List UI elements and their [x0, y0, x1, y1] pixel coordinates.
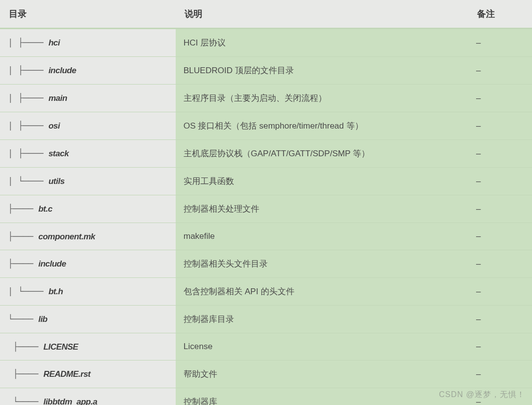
- table-row: | └──── bt.h包含控制器相关 API 的头文件–: [0, 278, 532, 306]
- tree-prefix: | ├────: [8, 65, 48, 75]
- cell-directory: ├──── component.mk: [0, 223, 176, 250]
- tree-prefix: | └────: [8, 176, 48, 186]
- cell-description: 控制器相关头文件目录: [176, 250, 468, 278]
- table-header-row: 目录 说明 备注: [0, 0, 532, 29]
- table-row: | ├──── hciHCI 层协议–: [0, 29, 532, 57]
- cell-note: –: [468, 168, 532, 195]
- cell-description: OS 接口相关（包括 semphore/timer/thread 等）: [176, 112, 468, 140]
- cell-note: –: [468, 140, 532, 168]
- cell-directory: | ├──── hci: [0, 29, 176, 57]
- table-row: ├──── include控制器相关头文件目录–: [0, 250, 532, 278]
- table-row: ├──── bt.c控制器相关处理文件–: [0, 195, 532, 223]
- cell-directory: | └──── bt.h: [0, 278, 176, 306]
- cell-directory: └──── libbtdm_app.a: [0, 388, 176, 405]
- cell-note: –: [468, 85, 532, 112]
- cell-description: 主机底层协议栈（GAP/ATT/GATT/SDP/SMP 等）: [176, 140, 468, 168]
- directory-name: libbtdm_app.a: [44, 397, 97, 405]
- cell-note: –: [468, 29, 532, 57]
- cell-note: –: [468, 306, 532, 333]
- cell-description: License: [176, 333, 468, 360]
- table-row: ├──── LICENSELicense–: [0, 333, 532, 360]
- cell-description: 包含控制器相关 API 的头文件: [176, 278, 468, 306]
- cell-description: 实用工具函数: [176, 168, 468, 195]
- table-row: | └──── utils实用工具函数–: [0, 168, 532, 195]
- directory-name: include: [48, 66, 76, 75]
- tree-prefix: | ├────: [8, 148, 48, 158]
- tree-prefix: ├────: [8, 259, 38, 269]
- directory-name: bt.c: [38, 204, 52, 214]
- directory-table-container: 目录 说明 备注 | ├──── hciHCI 层协议–| ├──── incl…: [0, 0, 532, 405]
- header-directory: 目录: [0, 0, 176, 29]
- cell-directory: ├──── include: [0, 250, 176, 278]
- cell-note: –: [468, 250, 532, 278]
- table-row: | ├──── stack主机底层协议栈（GAP/ATT/GATT/SDP/SM…: [0, 140, 532, 168]
- cell-directory: | ├──── include: [0, 57, 176, 85]
- tree-prefix: | ├────: [8, 38, 48, 47]
- directory-name: LICENSE: [44, 342, 78, 352]
- cell-directory: | ├──── stack: [0, 140, 176, 168]
- table-body: | ├──── hciHCI 层协议–| ├──── includeBLUEDR…: [0, 29, 532, 405]
- tree-prefix: ├────: [8, 342, 44, 352]
- cell-directory: | └──── utils: [0, 168, 176, 195]
- table-row: ├──── component.mkmakefile–: [0, 223, 532, 250]
- header-note: 备注: [468, 0, 532, 29]
- directory-name: include: [38, 259, 66, 269]
- directory-name: README.rst: [44, 369, 91, 379]
- cell-note: –: [468, 195, 532, 223]
- cell-description: makefile: [176, 223, 468, 250]
- tree-prefix: ├────: [8, 369, 44, 379]
- cell-description: BLUEDROID 顶层的文件目录: [176, 57, 468, 85]
- cell-note: –: [468, 57, 532, 85]
- tree-prefix: └────: [8, 397, 44, 405]
- tree-prefix: ├────: [8, 231, 38, 241]
- table-row: └──── lib控制器库目录–: [0, 306, 532, 333]
- cell-directory: ├──── bt.c: [0, 195, 176, 223]
- tree-prefix: ├────: [8, 204, 38, 214]
- directory-name: osi: [48, 121, 60, 131]
- cell-description: 帮助文件: [176, 360, 468, 388]
- directory-name: lib: [38, 315, 47, 324]
- cell-note: –: [468, 223, 532, 250]
- cell-note: –: [468, 278, 532, 306]
- directory-name: utils: [48, 177, 64, 186]
- cell-note: –: [468, 112, 532, 140]
- cell-directory: └──── lib: [0, 306, 176, 333]
- table-row: | ├──── includeBLUEDROID 顶层的文件目录–: [0, 57, 532, 85]
- tree-prefix: | ├────: [8, 93, 48, 103]
- table-row: | ├──── osiOS 接口相关（包括 semphore/timer/thr…: [0, 112, 532, 140]
- cell-directory: ├──── LICENSE: [0, 333, 176, 360]
- cell-directory: | ├──── main: [0, 85, 176, 112]
- cell-note: –: [468, 333, 532, 360]
- directory-name: stack: [48, 149, 69, 158]
- cell-description: 控制器相关处理文件: [176, 195, 468, 223]
- directory-table: 目录 说明 备注 | ├──── hciHCI 层协议–| ├──── incl…: [0, 0, 532, 405]
- cell-description: 控制器库: [176, 388, 468, 405]
- cell-directory: | ├──── osi: [0, 112, 176, 140]
- table-row: | ├──── main主程序目录（主要为启动、关闭流程）–: [0, 85, 532, 112]
- header-description: 说明: [176, 0, 468, 29]
- cell-note: –: [468, 360, 532, 388]
- table-row: └──── libbtdm_app.a控制器库–: [0, 388, 532, 405]
- cell-description: HCI 层协议: [176, 29, 468, 57]
- directory-name: hci: [48, 38, 60, 47]
- tree-prefix: | ├────: [8, 121, 48, 131]
- cell-description: 主程序目录（主要为启动、关闭流程）: [176, 85, 468, 112]
- cell-directory: ├──── README.rst: [0, 360, 176, 388]
- directory-name: bt.h: [48, 287, 63, 296]
- cell-note: –: [468, 388, 532, 405]
- tree-prefix: └────: [8, 314, 38, 324]
- directory-name: component.mk: [38, 232, 95, 241]
- cell-description: 控制器库目录: [176, 306, 468, 333]
- directory-name: main: [48, 93, 67, 103]
- tree-prefix: | └────: [8, 286, 48, 296]
- table-row: ├──── README.rst帮助文件–: [0, 360, 532, 388]
